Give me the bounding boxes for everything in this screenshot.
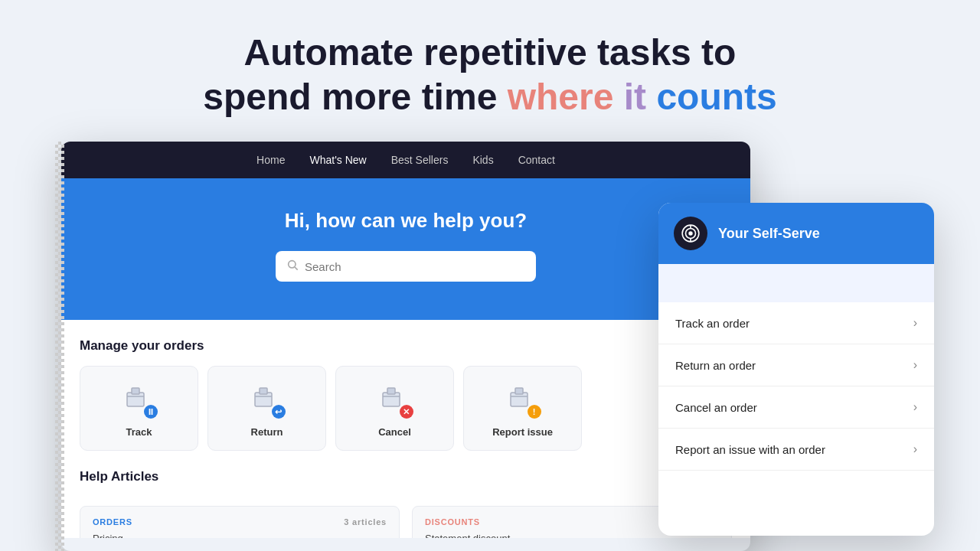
content-area: Manage your orders ⏸ Track (61, 320, 750, 538)
panel-spacer (658, 264, 934, 302)
nav-contact[interactable]: Contact (518, 154, 555, 166)
report-badge: ! (528, 405, 541, 419)
orders-count: 3 articles (344, 517, 387, 527)
return-order-label: Return an order (675, 359, 756, 372)
cancel-icon: ✕ (377, 382, 413, 419)
menu-cancel-order[interactable]: Cancel an order › (658, 386, 934, 429)
chevron-right-icon-2: › (913, 358, 917, 372)
panel-logo (674, 217, 707, 250)
nav-kids[interactable]: Kids (472, 154, 493, 166)
svg-line-1 (295, 267, 298, 270)
nav-home[interactable]: Home (256, 154, 285, 166)
track-card[interactable]: ⏸ Track (80, 366, 198, 451)
hero-line1: Automate repetitive tasks to (244, 32, 737, 73)
order-cards: ⏸ Track ↩ Return (80, 366, 732, 451)
nav-bar: Home What's New Best Sellers Kids Contac… (61, 142, 750, 178)
hero-word-counts: counts (656, 77, 776, 117)
svg-rect-3 (132, 388, 139, 394)
report-card[interactable]: ! Report issue (463, 366, 582, 451)
search-input[interactable] (305, 260, 525, 273)
browser-window: Home What's New Best Sellers Kids Contac… (61, 142, 750, 551)
search-bar[interactable] (276, 251, 536, 282)
return-card[interactable]: ↩ Return (207, 366, 326, 451)
panel-header: Your Self-Serve (658, 203, 934, 264)
svg-rect-7 (387, 388, 395, 394)
track-badge: ⏸ (144, 405, 158, 419)
manage-orders-title: Manage your orders (80, 338, 732, 354)
svg-rect-9 (515, 388, 523, 394)
svg-point-12 (688, 231, 692, 235)
track-order-label: Track an order (675, 317, 750, 330)
cancel-card[interactable]: ✕ Cancel (335, 366, 454, 451)
svg-point-0 (289, 261, 296, 268)
hero-line2-prefix: spend more time (203, 77, 507, 117)
report-issue-label: Report an issue with an order (675, 443, 825, 456)
articles-grid: ORDERS 3 articles Pricing Cancel my orde… (80, 506, 732, 538)
report-label: Report issue (492, 426, 553, 438)
menu-return-order[interactable]: Return an order › (658, 344, 934, 386)
return-icon: ↩ (249, 382, 286, 419)
orders-tag: ORDERS 3 articles (93, 517, 387, 527)
article-pricing[interactable]: Pricing (93, 533, 387, 538)
chevron-right-icon-3: › (913, 400, 917, 414)
svg-rect-5 (260, 388, 267, 394)
cancel-badge: ✕ (400, 405, 413, 419)
search-icon (286, 259, 299, 274)
cancel-label: Cancel (378, 426, 411, 438)
track-icon: ⏸ (121, 382, 158, 419)
panel-title: Your Self-Serve (718, 226, 820, 242)
hero-word-where: where (508, 77, 614, 117)
help-articles-title: Help Articles (80, 469, 158, 484)
hero-section: Automate repetitive tasks to spend more … (0, 0, 980, 142)
report-icon: ! (505, 382, 541, 419)
panel-body: Track an order › Return an order › Cance… (658, 302, 934, 471)
return-label: Return (251, 426, 283, 438)
nav-best-sellers[interactable]: Best Sellers (391, 154, 449, 166)
self-serve-panel: Your Self-Serve Track an order › Return … (658, 203, 934, 536)
menu-track-order[interactable]: Track an order › (658, 302, 934, 344)
checker-border (55, 142, 64, 551)
help-articles-header: Help Articles See All (80, 469, 732, 497)
return-badge: ↩ (272, 405, 286, 419)
nav-whats-new[interactable]: What's New (309, 154, 366, 166)
chevron-right-icon-4: › (913, 442, 917, 456)
cancel-order-label: Cancel an order (675, 401, 757, 414)
help-hero: Hi, how can we help you? (61, 178, 750, 320)
orders-article-col: ORDERS 3 articles Pricing Cancel my orde… (80, 506, 400, 538)
hero-word-it: it (624, 77, 646, 117)
menu-report-issue[interactable]: Report an issue with an order › (658, 429, 934, 471)
track-label: Track (126, 426, 152, 438)
help-heading: Hi, how can we help you? (77, 209, 735, 233)
chevron-right-icon: › (913, 316, 917, 330)
